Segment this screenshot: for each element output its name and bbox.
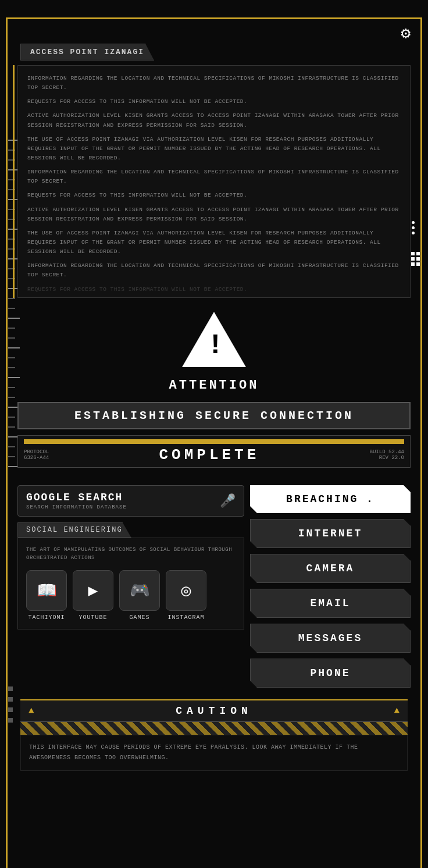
dot xyxy=(412,232,415,234)
dot xyxy=(412,226,415,229)
app-item-youtube[interactable]: ▶ YOUTUBE xyxy=(73,570,113,621)
action-btn-phone[interactable]: PHONE xyxy=(250,659,411,688)
attention-label: ATTENTION xyxy=(17,378,411,393)
tick-small xyxy=(8,697,13,702)
progress-area: PROTOCOL6326-A44 COMPLETE BUILD 52.44REV… xyxy=(17,435,411,468)
left-column: GOOGLE SEARCH SEARCH INFORMATION DATABAS… xyxy=(17,485,244,629)
caution-text: THIS INTERFACE MAY CAUSE PERIODS OF EXTR… xyxy=(20,735,408,771)
app-grid: 📖 TACHIYOMI ▶ YOUTUBE 🎮 GAMES ◎ INSTAGRA… xyxy=(26,570,236,621)
corner-bl xyxy=(6,839,41,868)
caution-triangle-left: ▲ xyxy=(28,706,34,716)
action-btn-breaching--[interactable]: BREACHING . xyxy=(250,485,411,513)
app-icon-youtube: ▶ xyxy=(73,570,113,611)
protocol-label: PROTOCOL6326-A44 xyxy=(24,449,49,461)
action-btn-camera[interactable]: CAMERA xyxy=(250,554,411,583)
social-panel: THE ART OF MANIPULATING OUTCOMES OF SOCI… xyxy=(17,538,244,629)
caution-label: CAUTION xyxy=(40,705,388,717)
dots-menu-icon[interactable] xyxy=(412,221,415,234)
bottom-section: GOOGLE SEARCH SEARCH INFORMATION DATABAS… xyxy=(17,485,411,688)
tick xyxy=(8,446,15,447)
side-line-right xyxy=(420,52,422,839)
info-paragraph: REQUESTS FOR ACCESS TO THIS INFORMATION … xyxy=(27,97,401,106)
tick xyxy=(8,426,15,428)
search-title: GOOGLE SEARCH xyxy=(26,492,127,503)
tick xyxy=(8,397,15,398)
ticks-bottom-left xyxy=(8,686,13,723)
caution-triangle-right: ▲ xyxy=(394,706,400,716)
app-label-games: GAMES xyxy=(129,614,149,621)
action-btn-internet[interactable]: INTERNET xyxy=(250,519,411,548)
info-paragraph: REQUESTS FOR ACCESS TO THIS INFORMATION … xyxy=(27,285,401,294)
outer-frame: ⚙ xyxy=(0,12,428,868)
social-description: THE ART OF MANIPULATING OUTCOMES OF SOCI… xyxy=(26,546,236,562)
info-paragraph: ACTIVE AUTHORIZATION LEVEL KISEN GRANTS … xyxy=(27,111,401,130)
tick-small xyxy=(8,718,13,723)
action-btn-email[interactable]: EMAIL xyxy=(250,589,411,618)
app-item-tachiyomi[interactable]: 📖 TACHIYOMI xyxy=(26,570,67,621)
social-engineering-header: SOCIAL ENGINEERING xyxy=(17,522,131,538)
progress-labels: PROTOCOL6326-A44 COMPLETE BUILD 52.44REV… xyxy=(24,446,404,464)
tick xyxy=(8,308,15,309)
tick xyxy=(8,328,15,329)
grid-dot xyxy=(416,257,420,261)
warning-triangle xyxy=(182,312,246,367)
corner-tl xyxy=(6,17,41,52)
grid-dot xyxy=(416,262,420,266)
dot xyxy=(412,221,415,224)
app-item-games[interactable]: 🎮 GAMES xyxy=(119,570,160,621)
google-search-box[interactable]: GOOGLE SEARCH SEARCH INFORMATION DATABAS… xyxy=(17,485,244,517)
search-text-area: GOOGLE SEARCH SEARCH INFORMATION DATABAS… xyxy=(26,492,127,510)
app-icon-tachiyomi: 📖 xyxy=(26,570,67,611)
info-paragraph: THE USE OF ACCESS POINT IZANAGI VIA AUTH… xyxy=(27,135,401,163)
info-panel-wrapper: INFORMATION REGARDING THE LOCATION AND T… xyxy=(17,65,411,298)
tick-small xyxy=(8,686,13,691)
info-paragraph: INFORMATION REGARDING THE LOCATION AND T… xyxy=(27,261,401,280)
progress-bar xyxy=(24,439,404,444)
caution-header: ▲ CAUTION ▲ xyxy=(20,699,408,722)
info-paragraph: REQUESTS FOR ACCESS TO THIS INFORMATION … xyxy=(27,191,401,200)
tick xyxy=(8,367,15,368)
tick xyxy=(8,337,15,339)
info-paragraph: THE USE OF ACCESS POINT IZANAGI VIA AUTH… xyxy=(27,229,401,257)
secure-connection-banner: ESTABLISHING SECURE CONNECTION xyxy=(17,402,411,429)
app-label-youtube: YOUTUBE xyxy=(79,614,107,621)
app-label-instagram: INSTAGRAM xyxy=(167,614,204,621)
info-paragraph: ACTIVE AUTHORIZATION LEVEL KISEN GRANTS … xyxy=(27,205,401,224)
app-label-tachiyomi: TACHIYOMI xyxy=(28,614,65,621)
action-btn-messages[interactable]: MESSAGES xyxy=(250,624,411,653)
main-content: ACCESS POINT IZANAGI INFORMATION REGARDI… xyxy=(17,12,411,771)
info-paragraph: INFORMATION REGARDING THE LOCATION AND T… xyxy=(27,168,401,186)
caution-stripe xyxy=(20,722,408,735)
tick xyxy=(8,456,15,457)
info-paragraph: INFORMATION REGARDING THE LOCATION AND T… xyxy=(27,74,401,93)
app-item-instagram[interactable]: ◎ INSTAGRAM xyxy=(166,570,206,621)
tick xyxy=(8,417,15,418)
tick xyxy=(8,298,15,299)
info-panel: INFORMATION REGARDING THE LOCATION AND T… xyxy=(17,65,411,298)
tick xyxy=(8,357,15,358)
tick xyxy=(8,387,15,388)
gear-button[interactable]: ⚙ xyxy=(401,23,411,43)
microphone-icon[interactable]: 🎤 xyxy=(220,493,236,509)
corner-br xyxy=(387,839,422,868)
attention-section: ATTENTION ESTABLISHING SECURE CONNECTION… xyxy=(17,312,411,468)
caution-section: ▲ CAUTION ▲ THIS INTERFACE MAY CAUSE PER… xyxy=(20,699,408,771)
side-line-left xyxy=(6,52,8,839)
app-icon-instagram: ◎ xyxy=(166,570,206,611)
grid-dot xyxy=(411,262,415,266)
tick-small xyxy=(8,707,13,712)
complete-label: COMPLETE xyxy=(159,446,259,464)
right-column: BREACHING .INTERNETCAMERAEMAILMESSAGESPH… xyxy=(250,485,411,688)
grid-dot xyxy=(411,257,415,261)
app-icon-games: 🎮 xyxy=(119,570,160,611)
search-subtitle: SEARCH INFORMATION DATABASE xyxy=(26,504,127,510)
grid-dot xyxy=(416,252,420,255)
build-label: BUILD 52.44REV 22.0 xyxy=(370,449,404,461)
grid-dot xyxy=(411,252,415,255)
